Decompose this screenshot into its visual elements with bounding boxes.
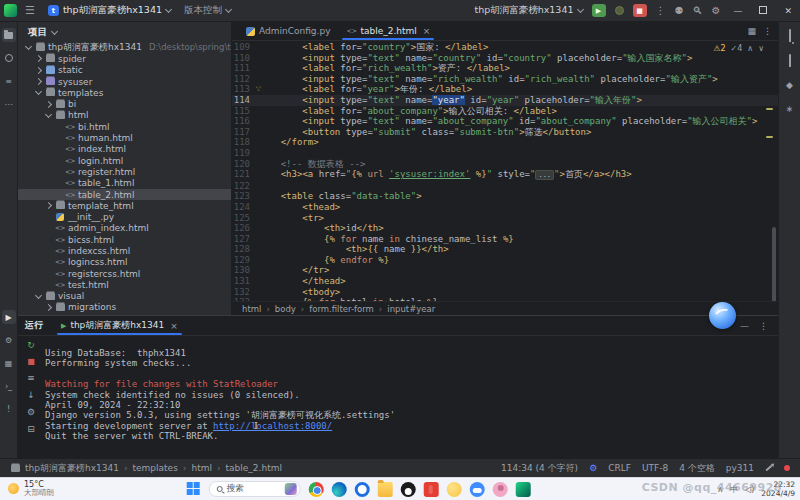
tree-item[interactable]: <>bi.html [18, 121, 231, 132]
code-line[interactable]: 132 <tbody> [232, 287, 778, 298]
ai-assistant-ball[interactable] [709, 302, 736, 329]
breadcrumb-body[interactable]: body [275, 304, 296, 314]
taskbar-search[interactable]: 搜索 [209, 481, 301, 497]
tree-item[interactable]: <>human.html [18, 132, 231, 143]
warning-stripe-mark[interactable] [766, 136, 773, 138]
cloud-app-icon[interactable] [470, 482, 485, 497]
breadcrumb-html[interactable]: html [242, 304, 261, 314]
code-line[interactable]: 123 <table class="data-table"> [232, 191, 778, 202]
soft-wrap-icon[interactable]: ≡ [27, 373, 35, 383]
split-editor-icon[interactable]: ▦ [747, 26, 756, 36]
code-line[interactable]: 111 <label for="rich_wealth">资产: </label… [232, 63, 778, 74]
python-interpreter[interactable]: py311 [726, 463, 754, 473]
code-with-me-icon[interactable]: ⚉ [675, 6, 684, 16]
tree-item[interactable]: thp胡润富豪榜hx1341D:\desktop\spring\thp胡润富豪榜… [18, 42, 231, 53]
intention-bulb-icon[interactable]: 💡︎ [256, 84, 261, 95]
edit-mode-icon[interactable] [765, 465, 772, 472]
volume-icon[interactable]: ◁) [745, 485, 754, 494]
tree-item[interactable]: <>index.html [18, 144, 231, 155]
hidden-icons-chevron[interactable]: ∧ [717, 485, 723, 494]
main-menu-icon[interactable]: ☰ [25, 5, 35, 16]
structure-tool-icon[interactable]: ≡ [2, 74, 16, 88]
chevron-right-icon[interactable] [34, 56, 42, 61]
tree-item[interactable]: spider [18, 53, 231, 64]
maximize-button[interactable] [755, 6, 771, 16]
chevron-right-icon[interactable] [34, 68, 42, 73]
code-line[interactable]: 112 <input type="text" name="rich_wealth… [232, 74, 778, 85]
yellow-app-icon[interactable] [447, 482, 462, 497]
server-url-link[interactable]: http://localhost:8000/ [213, 421, 332, 431]
line-separator[interactable]: CRLF [608, 463, 631, 473]
edge-app-icon[interactable] [332, 482, 347, 497]
clear-output-icon[interactable]: ⊟ [27, 424, 35, 434]
close-tab-icon[interactable]: × [170, 321, 178, 331]
folder-app-icon[interactable] [378, 482, 393, 497]
chevron-down-icon[interactable] [24, 46, 32, 49]
code-line[interactable]: 114 <input type="text" name="year" id="y… [232, 95, 778, 106]
close-button[interactable]: ✕ [780, 6, 796, 16]
chevron-right-icon[interactable] [44, 102, 52, 107]
chevron-right-icon[interactable] [34, 79, 42, 84]
tree-item[interactable]: visual [18, 291, 231, 302]
code-line[interactable]: 119 [232, 148, 778, 159]
tab-adminconfig[interactable]: AdminConfig.py [238, 22, 338, 40]
tree-item[interactable]: <>admin_index.html [18, 223, 231, 234]
chevron-down-icon[interactable] [34, 91, 42, 94]
code-line[interactable]: 113💡︎ <label for="year">年份: </label> [232, 84, 778, 95]
tab-options-icon[interactable]: ⋮ [763, 26, 772, 36]
tree-item[interactable]: <>login.html [18, 155, 231, 166]
code-line[interactable]: 116 <input type="text" name="about_compa… [232, 116, 778, 127]
tree-item[interactable]: <>register.html [18, 166, 231, 177]
code-line[interactable]: 115 <label for="about_company">输入公司相关: <… [232, 106, 778, 117]
ime-indicator[interactable]: 中 [730, 484, 738, 495]
tree-item[interactable]: <>table_2.html [18, 189, 231, 200]
tree-item[interactable]: bi [18, 98, 231, 109]
chevron-down-icon[interactable] [44, 114, 52, 117]
caret-position[interactable]: 114:34 (4 个字符) [501, 462, 578, 475]
browser-app-icon[interactable] [355, 482, 370, 497]
person-app-icon[interactable] [493, 482, 508, 497]
chrome-app-icon[interactable] [309, 482, 324, 497]
tab-table2[interactable]: <> table_2.html × [338, 22, 438, 40]
settings-gear-icon[interactable]: ⚙ [711, 6, 720, 16]
warning-stripe-mark[interactable] [766, 108, 773, 110]
tree-item[interactable]: migrations [18, 302, 231, 313]
tree-item[interactable]: <>indexcss.html [18, 245, 231, 256]
code-line[interactable]: 117 <button type="submit" class="submit-… [232, 127, 778, 138]
run-panel-title[interactable]: 运行 [25, 319, 43, 332]
status-breadcrumb[interactable]: thp胡润富豪榜hx1341› templates› html› table_2… [10, 462, 282, 475]
code-line[interactable]: 127 {% for name in chinese_name_list %} [232, 234, 778, 245]
commit-tool-icon[interactable] [2, 51, 16, 65]
indent-style[interactable]: 4 个空格 [679, 462, 715, 475]
stop-button[interactable]: ■ [633, 4, 647, 17]
tree-item[interactable]: <>test.html [18, 279, 231, 290]
code-line[interactable]: 128 <th>{{ name }}</th> [232, 244, 778, 255]
run-settings-icon[interactable]: ⚙ [27, 407, 35, 417]
more-tools-icon[interactable]: ⋯ [2, 97, 16, 111]
red-app-icon[interactable] [424, 482, 439, 497]
run-tool-icon[interactable]: ▶ [2, 310, 16, 324]
panel-options-icon[interactable]: ⋮ [759, 321, 768, 331]
run-tab[interactable]: ▶ thp胡润富豪榜hx1341 × [55, 316, 184, 335]
minimize-button[interactable]: — [729, 6, 746, 16]
chevron-right-icon[interactable] [44, 203, 52, 208]
problems-tool-icon[interactable]: ! [2, 402, 16, 416]
close-tab-icon[interactable]: × [423, 26, 431, 36]
tree-item[interactable]: templates [18, 87, 231, 98]
breadcrumb-input[interactable]: input#year [387, 304, 435, 314]
code-line[interactable]: 125 <tr> [232, 213, 778, 224]
next-issue-icon[interactable]: ∨ [758, 44, 764, 53]
code-line[interactable]: 120 <!-- 数据表格 --> [232, 159, 778, 170]
more-actions-icon[interactable]: ⋮ [656, 6, 666, 16]
code-line[interactable]: 110 <input type="text" name="country" id… [232, 53, 778, 64]
stop-icon[interactable]: ■ [27, 357, 35, 366]
database-tool-icon[interactable] [789, 55, 791, 66]
notifications-bell-icon[interactable] [789, 30, 791, 41]
tree-item[interactable]: sysuser [18, 76, 231, 87]
tree-item[interactable]: html [18, 110, 231, 121]
code-line[interactable]: 121 <h3><a href="{% url 'sysuser:index' … [232, 169, 778, 181]
code-line[interactable]: 130 </tr> [232, 265, 778, 276]
tree-item[interactable]: static [18, 65, 231, 76]
scroll-to-end-icon[interactable]: ↓ [27, 390, 35, 400]
code-line[interactable]: 129 {% endfor %} [232, 255, 778, 266]
